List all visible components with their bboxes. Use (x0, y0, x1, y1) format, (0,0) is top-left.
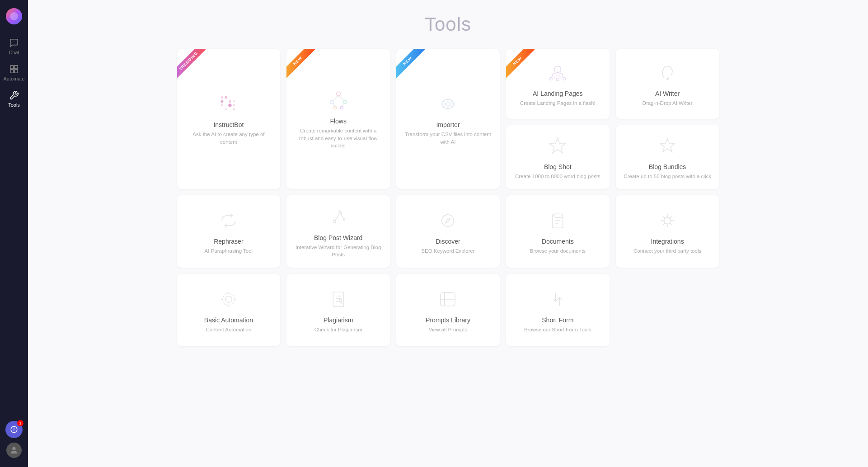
stacked-col-2: AI Writer Drag-n-Drop AI Writer Blog Bun… (616, 49, 719, 189)
tool-card-blog-post-wizard[interactable]: Blog Post Wizard Interative Wizard for G… (286, 195, 390, 268)
new-ribbon-ai-landing-label: NEW (506, 49, 535, 78)
tool-card-blog-bundles[interactable]: Blog Bundles Create up to 50 blog posts … (616, 125, 719, 189)
page-title: Tools (46, 14, 850, 35)
svg-point-39 (554, 66, 561, 73)
svg-line-46 (558, 73, 561, 73)
tool-card-instructbot[interactable]: TRENDING (177, 49, 281, 189)
integrations-icon (657, 211, 677, 233)
svg-point-14 (225, 104, 227, 107)
sidebar-item-chat[interactable]: Chat (0, 33, 28, 60)
svg-point-44 (563, 77, 566, 80)
svg-line-26 (338, 96, 344, 100)
svg-point-41 (559, 73, 563, 77)
rephraser-name: Rephraser (214, 238, 243, 245)
svg-point-21 (330, 100, 333, 104)
user-avatar[interactable] (6, 443, 22, 458)
trending-ribbon: TRENDING (177, 49, 213, 85)
svg-point-11 (229, 100, 231, 103)
documents-desc: Browse your documents (530, 247, 586, 255)
rephraser-desc: AI Paraphrasing Tool (205, 247, 253, 255)
tool-card-prompts-library[interactable]: Prompts Library View all Prompts (396, 274, 500, 346)
svg-point-53 (442, 214, 454, 226)
new-ribbon-importer-label: NEW (396, 49, 425, 78)
flows-name: Flows (330, 118, 347, 125)
svg-point-40 (553, 73, 557, 77)
svg-line-45 (554, 73, 558, 73)
importer-name: Importer (436, 121, 460, 128)
svg-point-15 (228, 104, 231, 107)
logo[interactable] (6, 8, 22, 24)
svg-rect-4 (14, 70, 18, 73)
tool-card-blog-shot[interactable]: Blog Shot Create 1000 to 8000 word blog … (506, 125, 610, 189)
short-form-icon (548, 289, 568, 312)
svg-point-35 (443, 101, 444, 102)
sidebar-item-tools[interactable]: Tools (0, 86, 28, 112)
svg-point-8 (229, 97, 231, 99)
prompts-library-desc: View all Prompts (429, 326, 467, 333)
flows-icon (328, 90, 348, 113)
svg-point-9 (221, 100, 223, 103)
ai-landing-name: AI Landing Pages (533, 90, 583, 97)
svg-line-28 (342, 104, 343, 107)
short-form-name: Short Form (542, 316, 573, 324)
blog-post-wizard-icon (328, 207, 348, 230)
svg-point-0 (10, 12, 18, 20)
svg-point-52 (343, 218, 345, 220)
blog-shot-icon (548, 136, 568, 159)
svg-point-17 (225, 108, 227, 110)
basic-automation-name: Basic Automation (204, 316, 253, 324)
new-ribbon-flows-label: NEW (286, 49, 315, 78)
tools-grid: TRENDING (177, 49, 719, 346)
plagiarism-name: Plagiarism (324, 316, 353, 324)
blog-post-wizard-name: Blog Post Wizard (314, 234, 362, 241)
basic-automation-desc: Content Automation (206, 326, 251, 333)
svg-rect-2 (14, 66, 18, 69)
tool-card-discover[interactable]: Discover SEO Keyword Explorer (396, 195, 500, 268)
new-ribbon-ai-landing: NEW (506, 49, 542, 85)
basic-automation-icon (219, 289, 239, 312)
sidebar-item-tools-label: Tools (8, 102, 20, 108)
svg-point-42 (550, 77, 553, 80)
svg-point-24 (340, 107, 343, 109)
svg-line-49 (335, 213, 339, 220)
importer-icon (438, 94, 458, 117)
svg-point-13 (221, 104, 223, 106)
ai-writer-icon (657, 63, 677, 85)
tool-card-short-form[interactable]: Short Form Browse our Short Form Tools (506, 274, 610, 346)
svg-point-34 (447, 108, 449, 109)
instructbot-name: InstructBot (213, 121, 244, 128)
svg-point-6 (221, 96, 223, 99)
tool-card-documents[interactable]: Documents Browse your documents (506, 195, 610, 268)
ai-landing-desc: Create Landing Pages in a flash! (520, 99, 596, 107)
svg-point-30 (446, 102, 450, 106)
svg-rect-1 (10, 66, 14, 69)
svg-point-23 (333, 107, 336, 109)
tool-card-plagiarism[interactable]: Plagiarism Check for Plagiarism (286, 274, 390, 346)
plagiarism-icon (328, 289, 348, 312)
tool-card-flows[interactable]: NEW Flows Create remarkable content with… (286, 49, 390, 189)
svg-point-19 (233, 108, 235, 110)
svg-marker-48 (660, 139, 675, 152)
svg-point-36 (452, 101, 453, 102)
tool-card-importer[interactable]: NEW Importer Transform your CSV files i (396, 49, 500, 189)
blog-shot-name: Blog Shot (544, 163, 572, 170)
tool-card-ai-landing[interactable]: NEW AI Landing Pages Create Lan (506, 49, 610, 119)
tool-card-rephraser[interactable]: Rephraser AI Paraphrasing Tool (177, 195, 281, 268)
svg-line-25 (333, 96, 338, 100)
integrations-name: Integrations (651, 238, 684, 245)
main-content: Tools TRENDING (28, 0, 868, 467)
support-chat-badge: 1 (17, 420, 23, 426)
sidebar-item-automate[interactable]: Automate (0, 60, 28, 86)
documents-name: Documents (542, 238, 574, 245)
blog-bundles-desc: Create up to 50 blog posts with a click (624, 173, 711, 180)
sidebar-item-automate-label: Automate (3, 76, 24, 81)
tool-card-integrations[interactable]: Integrations Connect your third party to… (616, 195, 719, 268)
svg-line-51 (341, 214, 343, 219)
plagiarism-desc: Check for Plagiarism (314, 326, 362, 333)
svg-rect-3 (10, 70, 14, 73)
tool-card-ai-writer[interactable]: AI Writer Drag-n-Drop AI Writer (616, 49, 719, 119)
support-chat-button[interactable]: 1 (5, 421, 23, 438)
ai-landing-icon (548, 63, 568, 85)
svg-marker-47 (550, 138, 566, 153)
tool-card-basic-automation[interactable]: Basic Automation Content Automation (177, 274, 281, 346)
